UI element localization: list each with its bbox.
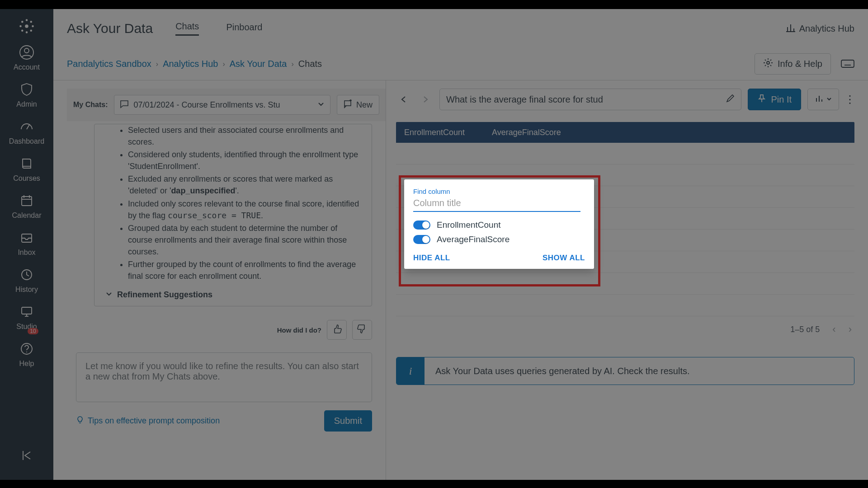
find-column-label: Find column (413, 188, 585, 195)
column-toggle-label: EnrollmentCount (437, 220, 501, 230)
column-filter-popup: Find column EnrollmentCount AverageFinal… (404, 179, 594, 269)
column-search-input[interactable] (413, 196, 580, 212)
column-toggle-label: AverageFinalScore (437, 235, 509, 244)
column-toggle[interactable] (413, 235, 430, 244)
column-toggle-row: EnrollmentCount (413, 220, 585, 230)
column-toggle[interactable] (413, 221, 430, 230)
hide-all-button[interactable]: HIDE ALL (413, 253, 450, 263)
show-all-button[interactable]: SHOW ALL (542, 253, 585, 263)
column-toggle-row: AverageFinalScore (413, 235, 585, 244)
